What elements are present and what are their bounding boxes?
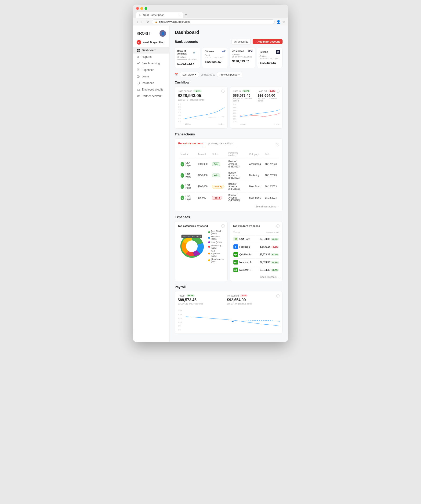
table-row[interactable]: UUSA Hops $250,000 Paid Bank of America … (179, 170, 279, 180)
vendor-info: 🌿USA Hops (233, 237, 255, 241)
vendor-row[interactable]: 🌿USA Hops $2,573.36 +2.2% (233, 235, 279, 243)
user-avatar[interactable]: 👤 (160, 30, 166, 37)
sidebar-item-employee-credits[interactable]: Employee credits (133, 86, 169, 93)
jpm-account: 00-00-00 • 54378923 (232, 56, 253, 58)
citi-account: 00-00-00 • 54378923 (205, 56, 225, 59)
balance-chart-labels: 14 Dec21 Dec (185, 123, 224, 125)
vendors-info-icon[interactable]: i (276, 224, 279, 228)
refresh-button[interactable]: ↻ (145, 19, 150, 24)
period-previous-button[interactable]: Previous period ▾ (217, 72, 242, 77)
vendor-badge: +2.2% (271, 238, 279, 241)
cash-in-prev: $84,344.12 previous period (233, 97, 252, 102)
table-row[interactable]: UUSA Hops $500,000 Paid Bank of America … (179, 159, 279, 169)
balance-chart (185, 103, 224, 122)
payroll-forecasted-prev: $95,234.00 previous period (227, 303, 272, 305)
see-all-vendors-link[interactable]: See all vendors → (260, 276, 279, 278)
reports-label: Reports (142, 55, 151, 59)
transactions-info-icon[interactable]: i (276, 143, 279, 146)
vendor-badge: +2.2% (271, 269, 279, 271)
sidebar-item-partner-network[interactable]: Partner network (133, 93, 169, 99)
period-previous-label: Previous period (220, 73, 237, 76)
table-row[interactable]: UUSA Hops $100,000 Pending Bank of Ameri… (179, 181, 279, 192)
vendor-logo-m1: QB (233, 260, 238, 264)
payroll-header: Recent +2.4% $88,573.45 $84,344.12 previ… (178, 294, 279, 307)
svg-point-21 (279, 321, 279, 322)
vendor-avatar: U (180, 196, 184, 200)
browser-tab[interactable]: K Krokit Burger Shop × (136, 12, 183, 18)
close-dot[interactable] (136, 7, 139, 10)
forward-button[interactable]: › (141, 19, 144, 24)
col-amount: Amount (196, 151, 209, 158)
vendor-row[interactable]: QBMerchant 2 $2,573.36 +2.2% (233, 266, 279, 273)
bank-card-boa[interactable]: Bank of America 🏦 Checking 00-00-00 • 54… (175, 47, 200, 68)
expenses-section-title: Expenses (175, 215, 283, 219)
tab-label: Krokit Burger Shop (142, 14, 164, 16)
transactions-section: Recent transactions Upcoming transaction… (175, 138, 283, 211)
cashflow-section: Cashflow Cash balance +1.6% $228,543.05 (175, 80, 283, 129)
payroll-forecasted-label-row: Forecasted -1.5% (227, 294, 272, 297)
minimize-dot[interactable] (140, 7, 143, 10)
tab-close-icon[interactable]: × (179, 14, 180, 16)
status-cell: Pending (210, 181, 226, 192)
bank-card-jpm[interactable]: JP Morgan JPM Savings 00-00-00 • 5437892… (230, 47, 255, 68)
vendor-name-cell: Facebook (240, 246, 250, 248)
sidebar-item-loans[interactable]: $ Loans (133, 73, 169, 80)
back-button[interactable]: ‹ (136, 19, 139, 24)
company-selector[interactable]: K Krokit Burger Shop (133, 40, 169, 47)
payroll-forecasted-amount: $92,654.00 (227, 298, 272, 302)
bookmark-icon[interactable]: ☆ (282, 20, 285, 24)
payroll-info-icon[interactable]: i (276, 294, 279, 298)
inout-chart (240, 104, 280, 123)
vendor-info: fFacebook (233, 244, 255, 249)
sidebar-item-dashboard[interactable]: Dashboard (133, 47, 169, 54)
bank-card-revolut[interactable]: Revolut R Savings 00-00-00 • 54378923 $1… (257, 47, 283, 68)
new-tab-button[interactable]: + (183, 12, 189, 18)
svg-point-14 (138, 89, 138, 90)
sidebar-item-expenses[interactable]: Expenses (133, 67, 169, 73)
add-bank-button[interactable]: + Add bank account (253, 39, 283, 44)
sidebar-item-reports[interactable]: Reports (133, 54, 169, 60)
vendor-cell: UUSA Hops (180, 162, 193, 167)
vendor-row[interactable]: fFacebook $2,573.36 -0.5% (233, 243, 279, 250)
vendor-amount-cell: $2,573.36 +2.2% (256, 266, 279, 273)
balance-info-icon[interactable]: i (221, 90, 224, 93)
sidebar-item-insurance[interactable]: Insurance (133, 80, 169, 86)
see-all-vendors[interactable]: See all vendors → (233, 276, 280, 278)
dashboard-icon (137, 49, 140, 52)
profile-icon[interactable]: 👤 (277, 20, 280, 24)
cash-out-label: Cash out (258, 90, 267, 92)
cash-inout-info-icon[interactable]: i (277, 90, 279, 93)
vendor-name-cell: Merchant 2 (240, 269, 251, 271)
vendor-row[interactable]: QBMerchant 1 $2,573.36 +2.1% (233, 258, 279, 266)
browser-dots (136, 7, 285, 10)
see-all-transactions-link[interactable]: See all transactions → (256, 205, 279, 208)
payroll-y-labels: $200k$150k$125k$100k$75k$50k (178, 310, 182, 331)
amount-col-header: Amount spent (256, 230, 279, 235)
bank-card-citi[interactable]: Citibank citi Credit 00-00-00 • 54378923… (202, 47, 228, 68)
page-title: Dashboard (175, 30, 283, 35)
payment-cell: Bank of America (54378923) (227, 192, 247, 203)
categories-info-icon[interactable]: i (221, 224, 224, 228)
vendors-card: Top vendors by spend i Vendor Amount spe… (230, 221, 283, 281)
see-all-transactions[interactable]: See all transactions → (178, 205, 279, 208)
balance-y-labels: $70k$60k$50k$40k$30k$20k$10k (178, 103, 181, 122)
vendor-logo-m2: QB (233, 268, 238, 272)
vendor-amount-cell: $2,573.36 +2.2% (256, 235, 279, 243)
all-accounts-button[interactable]: All accounts (232, 39, 251, 44)
loans-label: Loans (142, 75, 150, 78)
vendor-amount: $2,573.36 (260, 261, 270, 264)
svg-text:$: $ (138, 76, 139, 78)
vendor-logo-qb: QB (233, 252, 238, 257)
payroll-forecasted-badge: -1.5% (240, 294, 248, 297)
sidebar-item-benchmarking[interactable]: Benchmarking (133, 60, 169, 67)
url-bar[interactable]: 🔒 https://www.app.krokit.com/ (152, 19, 275, 24)
tab-upcoming-transactions[interactable]: Upcoming transactions (206, 142, 233, 147)
period-current-button[interactable]: Last week ▾ (180, 72, 199, 77)
maximize-dot[interactable] (144, 7, 147, 10)
revolut-amount: $120,593.57 (260, 61, 280, 65)
browser-chrome: K Krokit Burger Shop × + (133, 5, 288, 18)
vendor-row[interactable]: QBQuickbooks $2,573.36 +2.2% (233, 251, 279, 258)
table-row[interactable]: UUSA Hops $75,000 Failed Bank of America… (179, 192, 279, 203)
col-date: Date (263, 151, 279, 158)
tab-recent-transactions[interactable]: Recent transactions (178, 142, 203, 147)
